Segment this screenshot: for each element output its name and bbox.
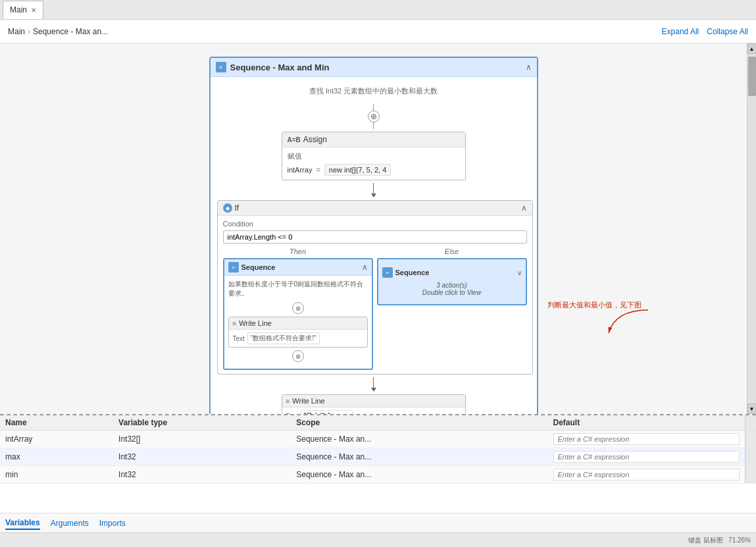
if-collapse-btn[interactable]: ∧ bbox=[521, 203, 527, 213]
var-default-input-2[interactable] bbox=[553, 469, 740, 481]
arrow-head-2 bbox=[371, 388, 376, 392]
then-seq-icon: ≡ bbox=[228, 262, 239, 273]
outer-writeline-block: ≡ Write Line Text "最大值:" + max bbox=[282, 394, 466, 414]
else-seq-icon: ≡ bbox=[382, 267, 393, 278]
var-default-input-0[interactable] bbox=[553, 433, 740, 445]
var-table: Name Variable type Scope Default intArra… bbox=[0, 415, 756, 484]
assign-title: Assign bbox=[303, 135, 327, 144]
table-row: max Int32 Sequence - Max an... bbox=[0, 448, 756, 466]
var-type-1: Int32 bbox=[113, 448, 291, 466]
if-body: Condition Then ≡ bbox=[218, 216, 532, 374]
plus-btn-1[interactable]: ⊕ bbox=[368, 111, 380, 122]
else-collapse-icon[interactable]: ∨ bbox=[517, 269, 522, 276]
var-type-2: Int32 bbox=[113, 466, 291, 484]
var-default-0[interactable] bbox=[548, 430, 745, 448]
workflow-canvas[interactable]: ≡ Sequence - Max and Min ∧ 查找 Int32 元素数组… bbox=[0, 43, 747, 414]
table-row: intArray Int32[] Sequence - Max an... bbox=[0, 430, 756, 448]
outer-sequence-desc: 查找 Int32 元素数组中的最小数和最大数 bbox=[217, 84, 530, 101]
outer-sequence-header-left: ≡ Sequence - Max and Min bbox=[216, 62, 330, 72]
outer-writeline-icon: ≡ bbox=[286, 398, 290, 405]
var-name-1: max bbox=[0, 448, 113, 466]
tab-label: Main bbox=[10, 5, 27, 14]
variables-panel: Name Variable type Scope Default intArra… bbox=[0, 414, 756, 533]
table-row: min Int32 Sequence - Max an... bbox=[0, 466, 756, 484]
breadcrumb-bar: Main › Sequence - Max an... Expand All C… bbox=[0, 20, 756, 43]
outer-writeline-val: "最大值:" + max bbox=[301, 410, 353, 414]
if-icon: ◆ bbox=[223, 203, 232, 213]
var-scope-2: Sequence - Max an... bbox=[291, 466, 547, 484]
assign-block: A=B Assign 赋值 intArray = new int[]{7, 5,… bbox=[282, 132, 466, 180]
var-header-row: Name Variable type Scope Default bbox=[0, 415, 756, 430]
writeline-icon: ≡ bbox=[233, 320, 237, 327]
arrow-connector-1 bbox=[217, 183, 530, 197]
status-label: 键盘 鼠标图 bbox=[688, 536, 723, 545]
workflow-scrollbar[interactable]: ▲ ▼ bbox=[747, 43, 756, 414]
else-seq-header: ≡ Sequence ∨ bbox=[382, 267, 522, 278]
assign-val: new int[]{7, 5, 2, 4 bbox=[324, 164, 391, 176]
tab-variables[interactable]: Variables bbox=[5, 517, 40, 530]
then-sequence-block: ≡ Sequence ∧ 如果数组长度小于等于0则返回数组格式不符合要求。 bbox=[223, 258, 373, 370]
breadcrumb-main[interactable]: Main bbox=[8, 27, 25, 36]
plus-connector-2: ⊕ bbox=[228, 302, 368, 314]
outer-writeline-header[interactable]: ≡ Write Line bbox=[282, 395, 465, 407]
else-column: Else ≡ Sequence ∨ bbox=[377, 247, 527, 370]
assign-var: intArray bbox=[288, 166, 313, 174]
var-default-1[interactable] bbox=[548, 448, 745, 466]
condition-label: Condition bbox=[223, 220, 527, 228]
breadcrumb-sequence[interactable]: Sequence - Max an... bbox=[33, 27, 108, 36]
outer-writeline-body: Text "最大值:" + max bbox=[282, 407, 465, 414]
then-column: Then ≡ Sequence ∧ bbox=[223, 247, 373, 370]
inner-writeline-header[interactable]: ≡ Write Line bbox=[229, 317, 367, 330]
then-seq-header[interactable]: ≡ Sequence ∧ bbox=[224, 259, 372, 276]
scrollbar-thumb[interactable] bbox=[748, 57, 756, 96]
then-label: Then bbox=[223, 247, 373, 255]
zoom-level: 71.26% bbox=[728, 536, 751, 544]
else-sequence-block[interactable]: ≡ Sequence ∨ 3 action(s) Double click to… bbox=[377, 258, 527, 305]
var-name-2: min bbox=[0, 466, 113, 484]
var-default-2[interactable] bbox=[548, 466, 745, 484]
outer-writeline-row: Text "最大值:" + max bbox=[286, 410, 461, 414]
tab-arguments[interactable]: Arguments bbox=[51, 517, 89, 529]
breadcrumb-separator: › bbox=[28, 27, 30, 36]
tab-imports[interactable]: Imports bbox=[99, 517, 126, 529]
else-seq-title: Sequence bbox=[395, 269, 430, 276]
var-scroll-cell-2 bbox=[745, 466, 757, 484]
collapse-all-button[interactable]: Collapse All bbox=[707, 27, 748, 36]
arrow-head bbox=[371, 194, 376, 197]
assign-header[interactable]: A=B Assign bbox=[282, 132, 465, 147]
plus-btn-3[interactable]: ⊕ bbox=[292, 350, 304, 362]
then-collapse-btn[interactable]: ∧ bbox=[362, 263, 368, 272]
var-type-0: Int32[] bbox=[113, 430, 291, 448]
else-seq-info-1: 3 action(s) bbox=[382, 282, 522, 289]
plus-btn-2[interactable]: ⊕ bbox=[292, 302, 304, 314]
assign-row: intArray = new int[]{7, 5, 2, 4 bbox=[288, 164, 460, 176]
expand-all-button[interactable]: Expand All bbox=[662, 27, 699, 36]
var-table-body: intArray Int32[] Sequence - Max an... ma… bbox=[0, 430, 756, 484]
scrollbar-down[interactable]: ▼ bbox=[747, 404, 757, 414]
scrollbar-up[interactable]: ▲ bbox=[747, 43, 757, 54]
main-tab[interactable]: Main ✕ bbox=[3, 1, 43, 19]
condition-input[interactable] bbox=[223, 230, 527, 244]
arrow-line bbox=[373, 183, 374, 194]
if-title: If bbox=[235, 203, 239, 213]
var-default-input-1[interactable] bbox=[553, 451, 740, 463]
outer-sequence-header[interactable]: ≡ Sequence - Max and Min ∧ bbox=[211, 58, 537, 77]
else-label: Else bbox=[377, 247, 527, 255]
else-seq-info-2: Double click to View bbox=[382, 289, 522, 296]
var-name-0: intArray bbox=[0, 430, 113, 448]
col-type: Variable type bbox=[113, 415, 291, 430]
col-name: Name bbox=[0, 415, 113, 430]
assign-body: 赋值 intArray = new int[]{7, 5, 2, 4 bbox=[282, 147, 465, 180]
if-header[interactable]: ◆ If ∧ bbox=[218, 201, 532, 216]
inner-writeline-label: Text bbox=[233, 335, 245, 342]
then-else-row: Then ≡ Sequence ∧ bbox=[223, 247, 527, 370]
plus-connector-1: ⊕ bbox=[217, 104, 530, 129]
outer-sequence-collapse-btn[interactable]: ∧ bbox=[526, 63, 532, 72]
plus-connector-3: ⊕ bbox=[228, 350, 368, 362]
col-scope: Scope bbox=[291, 415, 547, 430]
var-scope-1: Sequence - Max an... bbox=[291, 448, 547, 466]
tab-close-icon[interactable]: ✕ bbox=[31, 7, 36, 14]
var-scroll-col bbox=[745, 415, 757, 430]
annotation-arrow-1 bbox=[602, 307, 655, 340]
breadcrumb: Main › Sequence - Max an... bbox=[8, 27, 108, 36]
